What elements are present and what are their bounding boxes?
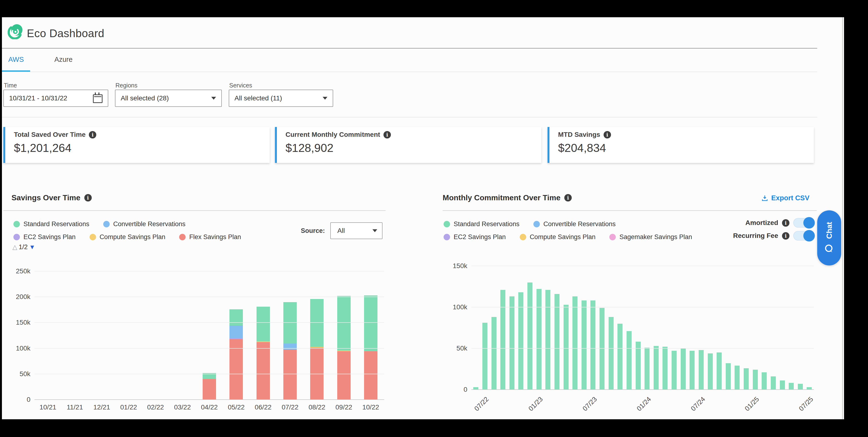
bar-0[interactable]: [471, 266, 480, 389]
bar-35[interactable]: [787, 266, 796, 389]
page-up-icon[interactable]: [12, 243, 17, 251]
bar-10[interactable]: [561, 266, 570, 389]
bar-3[interactable]: [498, 266, 507, 389]
services-dropdown[interactable]: All selected (11): [229, 90, 333, 107]
bar-28[interactable]: [724, 266, 733, 389]
bar-group-11/21[interactable]: [61, 271, 88, 400]
bar-30[interactable]: [742, 266, 751, 389]
bar-25[interactable]: [697, 266, 706, 389]
y-tick-label: 0: [442, 386, 467, 394]
bar: [771, 376, 776, 389]
legend-item-convertible-reservations[interactable]: Convertible Reservations: [103, 220, 186, 228]
bar-32[interactable]: [760, 266, 769, 389]
bar-29[interactable]: [733, 266, 742, 389]
bar-21[interactable]: [660, 266, 670, 389]
bar-7[interactable]: [534, 266, 544, 389]
legend-item-convertible-reservations[interactable]: Convertible Reservations: [533, 220, 616, 228]
bar-group-08/22[interactable]: [304, 271, 330, 400]
bar-24[interactable]: [688, 266, 697, 389]
recurring-fee-toggle[interactable]: [793, 231, 814, 241]
bar-stack: [229, 271, 243, 400]
bar-9[interactable]: [553, 266, 562, 389]
bar-8[interactable]: [544, 266, 553, 389]
export-csv-button[interactable]: Export CSV: [761, 194, 810, 202]
tab-aws[interactable]: AWS: [2, 56, 30, 63]
legend-item-compute-savings-plan[interactable]: Compute Savings Plan: [90, 233, 165, 241]
info-icon[interactable]: [383, 131, 391, 138]
x-tick-label: 03/22: [169, 403, 196, 411]
bar: [762, 372, 767, 389]
bar-6[interactable]: [526, 266, 535, 389]
info-icon[interactable]: [84, 194, 92, 201]
calendar-icon[interactable]: [93, 94, 102, 103]
bar-stack: [95, 271, 108, 400]
bar-group-07/22[interactable]: [277, 271, 304, 400]
legend-item-standard-reservations[interactable]: Standard Reservations: [443, 220, 520, 228]
bar-13[interactable]: [588, 266, 597, 389]
bar-34[interactable]: [778, 266, 787, 389]
bar-4[interactable]: [507, 266, 517, 389]
bar-group-04/22[interactable]: [196, 271, 223, 400]
chat-button[interactable]: Chat: [817, 210, 841, 266]
y-tick-label: 50k: [5, 370, 30, 378]
bar-31[interactable]: [751, 266, 760, 389]
bar-group-10/22[interactable]: [358, 271, 384, 400]
bar-group-02/22[interactable]: [142, 271, 169, 400]
bar-37[interactable]: [805, 266, 814, 389]
bar-33[interactable]: [769, 266, 778, 389]
x-tick-label: 01/24: [627, 395, 652, 419]
bar-12[interactable]: [580, 266, 589, 389]
amortized-toggle[interactable]: [793, 218, 814, 228]
bar: [590, 301, 595, 389]
legend-label-text: Compute Savings Plan: [100, 233, 165, 241]
legend-item-sagemaker-savings-plan[interactable]: Sagemaker Savings Plan: [609, 233, 692, 241]
time-range-field[interactable]: 10/31/21 - 10/31/22: [3, 90, 108, 107]
bar-group-10/21[interactable]: [34, 271, 61, 400]
legend-item-ec2-savings-plan[interactable]: EC2 Savings Plan: [443, 233, 506, 241]
bar-group-06/22[interactable]: [250, 271, 277, 400]
legend-item-compute-savings-plan[interactable]: Compute Savings Plan: [520, 233, 596, 241]
info-icon[interactable]: [782, 219, 789, 227]
bar-5[interactable]: [517, 266, 526, 389]
bar-2[interactable]: [489, 266, 498, 389]
info-icon[interactable]: [782, 232, 789, 240]
bar: [564, 305, 568, 389]
legend-item-ec2-savings-plan[interactable]: EC2 Savings Plan: [13, 233, 76, 241]
info-icon[interactable]: [564, 194, 572, 201]
gridline: [34, 322, 384, 323]
panel-title-text: Savings Over Time: [11, 193, 81, 202]
legend-item-flex-savings-plan[interactable]: Flex Savings Plan: [179, 233, 241, 241]
source-dropdown[interactable]: All: [330, 222, 382, 239]
chat-bubble-icon: [824, 243, 834, 254]
page-down-icon[interactable]: [29, 243, 35, 251]
bar-1[interactable]: [480, 266, 490, 389]
info-icon[interactable]: [89, 131, 96, 138]
info-icon[interactable]: [603, 131, 611, 138]
bar-16[interactable]: [616, 266, 625, 389]
bar-18[interactable]: [633, 266, 643, 389]
bar-26[interactable]: [706, 266, 715, 389]
bar-group-01/22[interactable]: [115, 271, 142, 400]
bar-22[interactable]: [670, 266, 679, 389]
bar: [582, 301, 587, 389]
bar-group-03/22[interactable]: [169, 271, 196, 400]
bar-27[interactable]: [715, 266, 724, 389]
bar-11[interactable]: [570, 266, 580, 389]
x-tick-label: 11/21: [61, 403, 88, 411]
bar-group-09/22[interactable]: [330, 271, 357, 400]
bar-36[interactable]: [796, 266, 805, 389]
legend-item-standard-reservations[interactable]: Standard Reservations: [13, 220, 89, 228]
bar-group-05/22[interactable]: [223, 271, 250, 400]
bar-19[interactable]: [643, 266, 652, 389]
bar-15[interactable]: [607, 266, 616, 389]
bar-14[interactable]: [597, 266, 607, 389]
bar-17[interactable]: [625, 266, 634, 389]
bar-group-12/21[interactable]: [88, 271, 115, 400]
bar-20[interactable]: [652, 266, 661, 389]
vertical-scrollbar[interactable]: [842, 17, 843, 419]
tab-azure[interactable]: Azure: [48, 56, 79, 63]
bar-segment: [337, 296, 351, 350]
time-range-value: 10/31/21 - 10/31/22: [9, 94, 67, 102]
regions-dropdown[interactable]: All selected (28): [115, 90, 222, 107]
bar-23[interactable]: [679, 266, 688, 389]
